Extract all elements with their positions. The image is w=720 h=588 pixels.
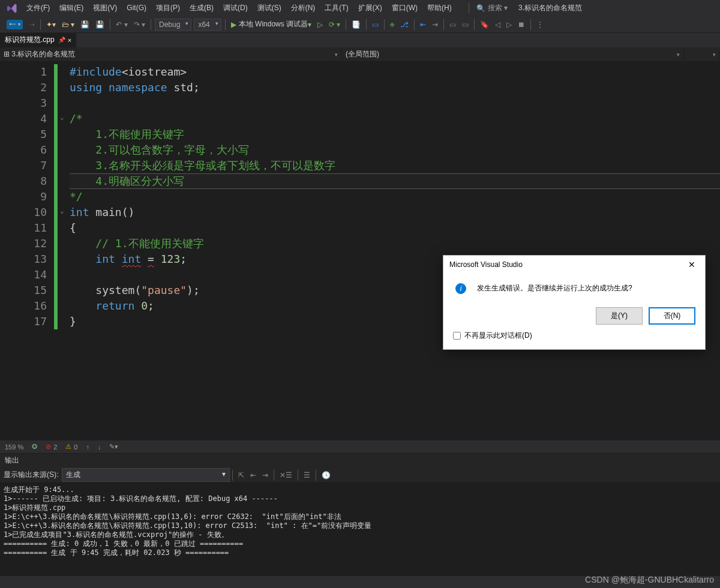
search-placeholder: 搜索 ▾: [488, 3, 508, 13]
nav-up-icon[interactable]: ↑: [86, 443, 89, 451]
start-without-debug-button[interactable]: ▷: [315, 19, 325, 30]
editor-status-bar: 159 % ✪ ⊘2 ⚠0 ↑ ↓ ✎▾: [0, 440, 720, 453]
nav-scope-combo[interactable]: ⊞ 3.标识名的命名规范 ▾: [0, 48, 342, 61]
toolbar: ⭠▾ ➝ ✦▾ 🗁 ▾ 💾 💾 ↶ ▾ ↷ ▾ Debug x64 ▶ 本地 W…: [0, 16, 720, 33]
margin-strip: ⌄⌄: [54, 62, 70, 440]
menu-item[interactable]: 窗口(W): [387, 1, 422, 14]
refresh-button[interactable]: ⟳ ▾: [326, 19, 343, 30]
out-clear-button[interactable]: ✕☰: [277, 470, 295, 481]
output-panel-title: 输出: [0, 453, 720, 467]
save-all-button[interactable]: 💾: [93, 19, 107, 30]
output-source-label: 显示输出来源(S):: [4, 470, 58, 480]
output-toolbar: 显示输出来源(S): 生成▾ ⇱ ⇤ ⇥ ✕☰ ☰ 🕓: [0, 467, 720, 483]
info-icon: i: [455, 283, 466, 294]
output-source-combo[interactable]: 生成▾: [62, 468, 230, 482]
nav-fwd-button[interactable]: ➝: [26, 19, 37, 30]
code-editor[interactable]: 1234567891011121314151617 ⌄⌄ #include<io…: [0, 62, 720, 440]
new-item-button[interactable]: ✦▾: [44, 19, 58, 30]
out-next-button[interactable]: ⇥: [260, 470, 271, 481]
menu-item[interactable]: 编辑(E): [55, 1, 88, 14]
solution-name: 3.标识名的命名规范: [518, 3, 582, 13]
out-timestamp-button[interactable]: 🕓: [319, 470, 333, 481]
bookmark-clear-button[interactable]: ⏹: [515, 19, 527, 30]
no-issues-icon[interactable]: ✪: [32, 443, 37, 451]
dont-show-checkbox[interactable]: [453, 332, 461, 340]
undo-button[interactable]: ↶ ▾: [113, 19, 130, 30]
search-icon: 🔍: [476, 4, 485, 13]
platform-combo[interactable]: x64: [194, 19, 221, 31]
tool-2-button[interactable]: ▭: [370, 19, 381, 30]
tab-label: 标识符规范.cpp: [5, 35, 55, 45]
file-tab[interactable]: 标识符规范.cpp 📌 ×: [0, 32, 76, 47]
uncomment-button[interactable]: ▭: [460, 19, 471, 30]
menu-item[interactable]: 文件(F): [22, 1, 55, 14]
indent-in-button[interactable]: ⇥: [430, 19, 440, 30]
output-body[interactable]: 生成开始于 9:45... 1>------ 已启动生成: 项目: 3.标识名的…: [0, 483, 720, 576]
save-button[interactable]: 💾: [78, 19, 92, 30]
bookmark-button[interactable]: 🔖: [478, 19, 491, 30]
error-count[interactable]: ⊘2: [46, 443, 57, 451]
menu-item[interactable]: 生成(B): [185, 1, 218, 14]
comment-button[interactable]: ▭: [447, 19, 458, 30]
code-area[interactable]: #include<iostream>using namespace std; /…: [70, 62, 720, 440]
menu-item[interactable]: 工具(T): [320, 1, 353, 14]
nav-back-button[interactable]: ⭠▾: [4, 19, 25, 31]
nav-down-icon[interactable]: ↓: [98, 443, 101, 451]
menubar: 文件(F)编辑(E)视图(V)Git(G)项目(P)生成(B)调试(D)测试(S…: [0, 0, 720, 16]
menu-item[interactable]: Git(G): [122, 1, 151, 14]
vs-logo-icon: [6, 2, 18, 14]
out-prev-button[interactable]: ⇤: [248, 470, 259, 481]
out-goto-button[interactable]: ⇱: [236, 470, 247, 481]
indent-out-button[interactable]: ⇤: [418, 19, 428, 30]
extra-button[interactable]: ⋮: [534, 19, 546, 30]
build-error-dialog: Microsoft Visual Studio ✕ i 发生生成错误。是否继续并…: [443, 255, 706, 350]
dialog-no-button[interactable]: 否(N): [649, 307, 695, 325]
bookmark-next-button[interactable]: ▷: [504, 19, 514, 30]
config-combo[interactable]: Debug: [155, 19, 191, 31]
nav-bar: ⊞ 3.标识名的命名规范 ▾ (全局范围) ▾ ▾: [0, 47, 720, 62]
watermark: CSDN @鲍海超-GNUBHCkalitarro: [585, 575, 714, 586]
zoom-level[interactable]: 159 %: [5, 443, 23, 451]
bookmark-prev-button[interactable]: ◁: [493, 19, 503, 30]
dialog-close-button[interactable]: ✕: [685, 259, 699, 271]
open-button[interactable]: 🗁 ▾: [59, 19, 77, 30]
dialog-message: 发生生成错误。是否继续并运行上次的成功生成?: [477, 283, 632, 293]
tool-4-button[interactable]: ⎇: [398, 19, 411, 30]
menu-item[interactable]: 分析(N): [286, 1, 320, 14]
pin-icon[interactable]: 📌: [58, 37, 65, 43]
dont-show-label: 不再显示此对话框(D): [464, 331, 532, 341]
brush-icon[interactable]: ✎▾: [109, 443, 118, 451]
nav-member-combo[interactable]: ▾: [684, 50, 720, 59]
tool-1-button[interactable]: 📑: [349, 19, 363, 30]
menu-item[interactable]: 测试(S): [253, 1, 286, 14]
redo-button[interactable]: ↷ ▾: [131, 19, 148, 30]
menu-item[interactable]: 调试(D): [218, 1, 253, 14]
start-debug-button[interactable]: ▶ 本地 Windows 调试器 ▾: [229, 18, 314, 31]
warning-count[interactable]: ⚠0: [65, 443, 77, 451]
menu-item[interactable]: 项目(P): [151, 1, 185, 14]
menu-item[interactable]: 帮助(H): [422, 1, 457, 14]
dialog-title: Microsoft Visual Studio: [449, 260, 523, 269]
tab-bar: 标识符规范.cpp 📌 ×: [0, 33, 720, 47]
menu-item[interactable]: 视图(V): [88, 1, 122, 14]
menu-item[interactable]: 扩展(X): [353, 1, 387, 14]
search-box[interactable]: 🔍 搜索 ▾: [469, 3, 508, 13]
nav-global-combo[interactable]: (全局范围) ▾: [342, 48, 684, 61]
dialog-yes-button[interactable]: 是(Y): [596, 307, 643, 325]
out-wrap-button[interactable]: ☰: [301, 470, 313, 481]
line-gutter: 1234567891011121314151617: [0, 62, 54, 440]
tool-3-button[interactable]: ⎆: [388, 19, 397, 30]
close-icon[interactable]: ×: [68, 37, 71, 44]
